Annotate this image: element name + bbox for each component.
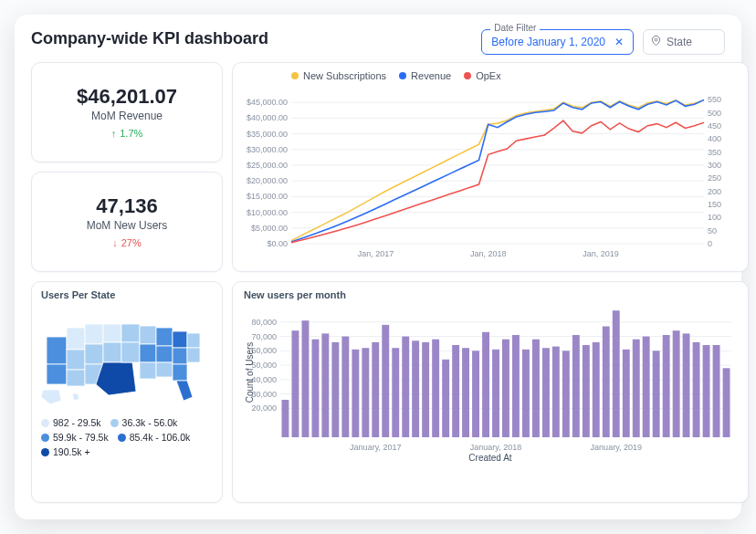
svg-text:20,000: 20,000 [251, 403, 277, 413]
svg-text:$10,000.00: $10,000.00 [247, 208, 288, 217]
svg-rect-114 [653, 351, 660, 437]
kpi-revenue-delta-text: 1.7% [120, 128, 142, 139]
map-legend-label: 85.4k - 106.0k [130, 432, 191, 443]
bar-chart-card: New users per month 20,00030,00040,00050… [232, 281, 749, 503]
svg-rect-94 [452, 345, 459, 437]
users-per-state-title: Users Per State [41, 289, 213, 300]
svg-rect-108 [593, 342, 600, 437]
svg-rect-87 [382, 325, 389, 437]
svg-text:January, 2018: January, 2018 [470, 443, 521, 452]
svg-rect-49 [140, 326, 156, 344]
bar-chart[interactable]: 20,00030,00040,00050,00060,00070,00080,0… [244, 306, 737, 463]
svg-text:Created At: Created At [468, 453, 511, 463]
svg-rect-82 [331, 342, 339, 437]
svg-rect-45 [103, 342, 121, 362]
svg-rect-99 [502, 340, 509, 437]
legend-swatch-icon [118, 434, 126, 442]
svg-text:$35,000.00: $35,000.00 [247, 130, 288, 139]
legend-swatch-icon [41, 448, 49, 456]
map-legend-item[interactable]: 59.9k - 79.5k [41, 432, 109, 443]
map-legend-label: 59.9k - 79.5k [53, 432, 109, 443]
svg-rect-101 [522, 350, 530, 437]
kpi-new-users-value: 47,136 [96, 195, 157, 217]
map-pin-icon [651, 36, 661, 48]
svg-text:$45,000.00: $45,000.00 [247, 98, 288, 107]
line-chart[interactable]: $0.00$5,000.00$10,000.00$15,000.00$20,00… [238, 83, 731, 262]
map-legend-item[interactable]: 85.4k - 106.0k [118, 432, 191, 443]
svg-text:Count of Users: Count of Users [245, 342, 255, 403]
svg-rect-121 [723, 368, 730, 437]
kpi-new-users-label: MoM New Users [87, 219, 168, 232]
arrow-up-icon: ↑ [111, 128, 117, 139]
kpi-new-users-delta: ↓ 27% [112, 237, 142, 248]
svg-rect-84 [352, 350, 359, 437]
bar-chart-title: New users per month [244, 289, 737, 300]
date-filter[interactable]: Before January 1, 2020 ✕ [481, 29, 634, 55]
date-filter-clear-icon[interactable]: ✕ [614, 36, 624, 48]
users-per-state-card: Users Per State [31, 281, 223, 503]
legend-swatch-icon [110, 419, 119, 427]
line-chart-card: New Subscriptions Revenue OpEx $0.00$5,0… [232, 62, 749, 272]
svg-rect-111 [623, 350, 630, 437]
header: Company-wide KPI dashboard Date Filter B… [31, 29, 725, 55]
svg-rect-36 [47, 337, 67, 364]
svg-rect-47 [121, 324, 140, 342]
svg-rect-79 [302, 320, 310, 437]
map-legend-label: 982 - 29.5k [53, 417, 101, 428]
kpi-revenue-value: $46,201.07 [77, 86, 177, 108]
legend-swatch-icon [41, 419, 49, 427]
kpi-new-users-card: 47,136 MoM New Users ↓ 27% [31, 172, 223, 272]
svg-rect-119 [703, 345, 710, 437]
us-map[interactable] [41, 306, 215, 406]
svg-text:50: 50 [708, 226, 717, 236]
svg-rect-48 [121, 342, 140, 362]
svg-rect-42 [85, 344, 103, 364]
svg-rect-56 [173, 348, 187, 364]
svg-rect-89 [402, 337, 409, 437]
svg-rect-112 [633, 340, 640, 437]
svg-text:80,000: 80,000 [251, 318, 277, 327]
map-legend-item[interactable]: 190.5k + [41, 446, 90, 457]
legend-new-subscriptions[interactable]: New Subscriptions [291, 70, 386, 81]
kpi-new-users-delta-text: 27% [121, 237, 142, 248]
svg-rect-37 [47, 364, 67, 384]
state-filter-placeholder: State [667, 36, 692, 48]
svg-rect-104 [552, 347, 560, 437]
legend-revenue[interactable]: Revenue [399, 70, 451, 81]
svg-text:250: 250 [708, 173, 721, 183]
svg-rect-97 [482, 332, 489, 437]
map-legend-item[interactable]: 982 - 29.5k [41, 417, 101, 428]
svg-rect-59 [187, 348, 200, 362]
svg-rect-120 [713, 345, 720, 437]
svg-rect-50 [140, 344, 156, 362]
svg-text:50,000: 50,000 [251, 361, 277, 370]
svg-rect-81 [321, 333, 329, 437]
svg-marker-61 [41, 390, 61, 404]
svg-rect-54 [156, 362, 173, 377]
map-legend-item[interactable]: 36.3k - 56.0k [110, 417, 178, 428]
svg-rect-102 [532, 340, 540, 437]
svg-rect-96 [472, 351, 479, 437]
legend-dot-icon [464, 72, 471, 79]
svg-rect-58 [187, 333, 200, 348]
svg-text:450: 450 [708, 121, 721, 131]
svg-text:400: 400 [708, 134, 721, 143]
map-legend: 982 - 29.5k36.3k - 56.0k59.9k - 79.5k85.… [41, 417, 213, 457]
svg-text:$25,000.00: $25,000.00 [247, 161, 288, 170]
arrow-down-icon: ↓ [112, 237, 118, 248]
svg-text:$30,000.00: $30,000.00 [247, 145, 288, 154]
svg-rect-77 [282, 400, 289, 437]
svg-text:0: 0 [708, 239, 712, 248]
svg-text:100: 100 [708, 213, 721, 222]
svg-text:40,000: 40,000 [251, 375, 277, 384]
legend-swatch-icon [41, 434, 49, 442]
state-filter[interactable]: State [643, 29, 725, 55]
svg-rect-91 [422, 342, 429, 437]
svg-rect-109 [603, 327, 610, 438]
svg-rect-118 [693, 342, 700, 437]
svg-rect-100 [512, 335, 520, 437]
kpi-revenue-label: MoM Revenue [91, 110, 163, 122]
svg-text:$15,000.00: $15,000.00 [247, 192, 288, 201]
svg-rect-105 [562, 351, 570, 437]
legend-opex[interactable]: OpEx [464, 70, 501, 81]
